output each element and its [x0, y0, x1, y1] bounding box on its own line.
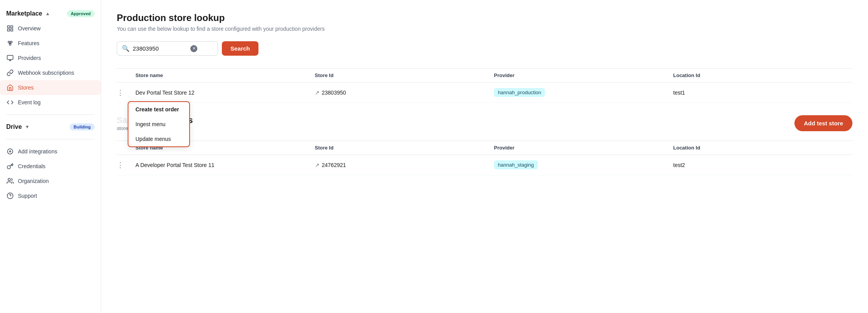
col-provider: Provider: [494, 72, 673, 78]
sandbox-row-actions: ⋮: [117, 161, 135, 169]
sandbox-provider-badge: hannah_staging: [494, 160, 538, 169]
sidebar: Marketplace ▲ Approved Overview Features…: [0, 0, 101, 313]
chevron-up-icon: ▲: [46, 11, 50, 16]
sandbox-row-location-id: test2: [673, 162, 853, 168]
sidebar-add-integrations-label: Add integrations: [18, 148, 57, 155]
sandbox-store-id-value: 24762921: [322, 162, 346, 168]
svg-point-4: [8, 41, 10, 43]
add-test-store-button[interactable]: Add test store: [794, 115, 852, 131]
support-icon: [6, 192, 14, 200]
row-store-name: Dev Portal Test Store 12: [135, 90, 315, 96]
eventlog-icon: [6, 98, 14, 106]
sandbox-table-header: Store name Store Id Provider Location Id: [117, 141, 852, 155]
row-actions: ⋮ Create test order Ingest menu Update m…: [117, 88, 135, 97]
sidebar-item-overview-label: Overview: [18, 25, 40, 32]
search-bar: 🔍 ✕ Search: [117, 41, 852, 56]
search-input-wrap: 🔍 ✕: [117, 41, 218, 56]
context-menu: Create test order Ingest menu Update men…: [128, 101, 190, 147]
production-table: Store name Store Id Provider Location Id…: [117, 68, 852, 103]
col-location-id: Location Id: [673, 72, 853, 78]
marketplace-label: Marketplace: [6, 10, 42, 17]
building-badge: Building: [70, 123, 95, 130]
plus-icon: [6, 148, 14, 155]
svg-point-5: [11, 41, 12, 43]
divider: [6, 114, 95, 115]
search-button[interactable]: Search: [222, 41, 258, 56]
table-row: ⋮ Create test order Ingest menu Update m…: [117, 83, 852, 103]
svg-point-15: [8, 178, 11, 181]
col-store-name: Store name: [135, 72, 315, 78]
svg-rect-1: [11, 26, 13, 28]
provider-badge: hannah_production: [494, 88, 545, 97]
providers-icon: [6, 54, 14, 62]
svg-rect-3: [11, 29, 13, 31]
search-icon: 🔍: [122, 45, 130, 52]
update-menus-item[interactable]: Update menus: [128, 132, 189, 146]
sandbox-section-header: Sandbox locations stores Add test store: [117, 115, 852, 137]
store-icon: [6, 84, 14, 91]
external-link-icon[interactable]: ↗: [315, 90, 320, 96]
create-test-order-item[interactable]: Create test order: [128, 102, 189, 117]
sidebar-item-add-integrations[interactable]: Add integrations: [0, 144, 101, 159]
row-provider: hannah_production: [494, 88, 673, 97]
drive-header[interactable]: Drive ▼ Building: [0, 120, 101, 134]
svg-rect-2: [7, 29, 9, 31]
features-icon: [6, 39, 14, 47]
sidebar-item-stores-label: Stores: [18, 84, 33, 91]
sandbox-row-store-id: ↗ 24762921: [315, 162, 494, 168]
org-icon: [6, 177, 14, 185]
col-store-id: Store Id: [315, 72, 494, 78]
scol-store-id: Store Id: [315, 145, 494, 151]
sandbox-external-link-icon[interactable]: ↗: [315, 162, 320, 168]
sidebar-item-webhook[interactable]: Webhook subscriptions: [0, 65, 101, 80]
more-button[interactable]: ⋮: [117, 88, 124, 97]
drive-label: Drive: [6, 123, 22, 130]
sidebar-item-features-label: Features: [18, 40, 39, 46]
sidebar-organization-label: Organization: [18, 178, 49, 184]
search-input[interactable]: [133, 45, 187, 52]
sidebar-item-overview[interactable]: Overview: [0, 21, 101, 36]
main-content: Production store lookup You can use the …: [101, 0, 868, 313]
page-title: Production store lookup: [117, 12, 852, 23]
sidebar-item-event-log[interactable]: Event log: [0, 95, 101, 110]
sidebar-item-providers[interactable]: Providers: [0, 51, 101, 65]
chevron-down-icon: ▼: [25, 124, 30, 130]
sidebar-support-label: Support: [18, 193, 37, 199]
ingest-menu-item[interactable]: Ingest menu: [128, 117, 189, 132]
sidebar-item-support[interactable]: Support: [0, 188, 101, 203]
svg-line-8: [10, 43, 11, 44]
row-location-id: test1: [673, 90, 853, 96]
sandbox-table-row: ⋮ A Developer Portal Test Store 11 ↗ 247…: [117, 155, 852, 175]
sidebar-item-features[interactable]: Features: [0, 36, 101, 51]
svg-rect-0: [7, 26, 9, 28]
grid-icon: [6, 25, 14, 32]
svg-rect-9: [7, 55, 13, 60]
sidebar-item-webhook-label: Webhook subscriptions: [18, 70, 74, 76]
svg-line-7: [9, 43, 10, 44]
sidebar-item-providers-label: Providers: [18, 55, 41, 61]
scol-provider: Provider: [494, 145, 673, 151]
sidebar-item-credentials[interactable]: Credentials: [0, 159, 101, 174]
production-table-header: Store name Store Id Provider Location Id: [117, 69, 852, 83]
svg-point-6: [9, 44, 11, 46]
sidebar-credentials-label: Credentials: [18, 163, 46, 169]
divider2: [6, 139, 95, 139]
approved-badge: Approved: [67, 10, 95, 17]
sandbox-row-store-name: A Developer Portal Test Store 11: [135, 162, 315, 168]
sidebar-item-stores[interactable]: Stores: [0, 80, 101, 95]
key-icon: [6, 162, 14, 170]
sidebar-item-eventlog-label: Event log: [18, 99, 40, 106]
store-id-value: 23803950: [322, 90, 346, 96]
sidebar-item-organization[interactable]: Organization: [0, 174, 101, 188]
clear-icon[interactable]: ✕: [190, 45, 197, 52]
row-store-id: ↗ 23803950: [315, 90, 494, 96]
col-actions: [117, 72, 135, 78]
sandbox-table: Store name Store Id Provider Location Id…: [117, 141, 852, 175]
marketplace-header[interactable]: Marketplace ▲ Approved: [0, 6, 101, 21]
page-subtitle: You can use the below lookup to find a s…: [117, 26, 852, 32]
sandbox-more-button[interactable]: ⋮: [117, 161, 124, 169]
webhook-icon: [6, 69, 14, 77]
sandbox-row-provider: hannah_staging: [494, 160, 673, 169]
scol-location-id: Location Id: [673, 145, 853, 151]
